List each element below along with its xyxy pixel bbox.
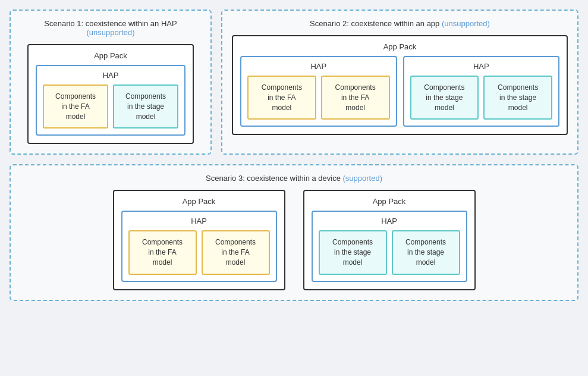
scenario2-hap1: HAP Componentsin the FAmodel Componentsi… xyxy=(240,56,397,127)
scenario1-component-stage: Componentsin the stagemodel xyxy=(113,84,178,129)
scenario1-app-pack: App Pack HAP Componentsin the FAmodel Co… xyxy=(27,44,194,144)
scenario3-app-pack2: App Pack HAP Componentsin the stagemodel… xyxy=(303,190,476,290)
scenario3-hap2-label: HAP xyxy=(319,217,460,225)
scenario2-hap2-comp2: Componentsin the stagemodel xyxy=(483,76,552,120)
scenario3-app-packs-row: App Pack HAP Componentsin the FAmodel Co… xyxy=(20,190,568,290)
scenario3-title: Scenario 3: coexistence within a device … xyxy=(20,174,568,183)
scenario1-title-text: Scenario 1: coexistence within an HAP xyxy=(44,19,177,28)
scenario1-component-fa: Componentsin the FAmodel xyxy=(43,84,108,129)
scenario2-haps-row: HAP Componentsin the FAmodel Componentsi… xyxy=(240,56,559,127)
scenario1-box: Scenario 1: coexistence within an HAP (u… xyxy=(10,10,212,155)
scenario3-hap2-components: Componentsin the stagemodel Componentsin… xyxy=(319,230,460,274)
scenario1-hap: HAP Componentsin the FAmodel Componentsi… xyxy=(36,65,185,136)
scenario2-hap2-comp1: Componentsin the stagemodel xyxy=(410,76,479,120)
scenario2-title: Scenario 2: coexistence within an app (u… xyxy=(232,19,568,28)
scenario3-title-text: Scenario 3: coexistence within a device xyxy=(206,174,341,183)
scenario3-hap2-comp2: Componentsin the stagemodel xyxy=(392,230,460,274)
scenario3-app-pack1: App Pack HAP Componentsin the FAmodel Co… xyxy=(113,190,285,290)
scenario3-hap1-components: Componentsin the FAmodel Componentsin th… xyxy=(128,230,270,274)
scenario3-hap1-label: HAP xyxy=(128,217,270,225)
scenario2-hap1-comp2: Componentsin the FAmodel xyxy=(321,76,390,120)
scenario2-app-pack: App Pack HAP Componentsin the FAmodel Co… xyxy=(232,35,568,135)
scenario2-tag: (unsupported) xyxy=(442,19,490,28)
scenario2-title-text: Scenario 2: coexistence within an app xyxy=(310,19,439,28)
scenario3-hap1-comp1: Componentsin the FAmodel xyxy=(128,230,197,274)
scenario3-app-pack1-label: App Pack xyxy=(121,197,277,206)
scenario3-hap1-comp2: Componentsin the FAmodel xyxy=(202,230,270,274)
scenario1-app-packs-row: App Pack HAP Componentsin the FAmodel Co… xyxy=(20,44,201,144)
scenario3-hap1: HAP Componentsin the FAmodel Componentsi… xyxy=(121,211,277,281)
page-container: Scenario 1: coexistence within an HAP (u… xyxy=(10,10,578,301)
scenario3-hap2-comp1: Componentsin the stagemodel xyxy=(319,230,387,274)
scenario2-hap1-label: HAP xyxy=(247,62,390,71)
scenario2-app-pack-label: App Pack xyxy=(240,42,559,51)
scenario2-box: Scenario 2: coexistence within an app (u… xyxy=(221,10,578,155)
scenario2-hap2: HAP Componentsin the stagemodel Componen… xyxy=(403,56,560,127)
scenario1-components-row: Componentsin the FAmodel Componentsin th… xyxy=(43,84,178,129)
scenario3-box: Scenario 3: coexistence within a device … xyxy=(10,164,578,300)
row1: Scenario 1: coexistence within an HAP (u… xyxy=(10,10,578,155)
scenario3-hap2: HAP Componentsin the stagemodel Componen… xyxy=(312,211,467,281)
scenario2-hap2-components: Componentsin the stagemodel Componentsin… xyxy=(410,76,553,120)
scenario3-app-pack2-label: App Pack xyxy=(312,197,467,206)
scenario1-app-pack-label: App Pack xyxy=(36,51,185,60)
scenario2-app-packs-row: App Pack HAP Componentsin the FAmodel Co… xyxy=(232,35,568,135)
scenario2-hap1-comp1: Componentsin the FAmodel xyxy=(247,76,316,120)
scenario2-hap2-label: HAP xyxy=(410,62,553,71)
scenario1-tag: (unsupported) xyxy=(87,28,135,37)
scenario1-hap-label: HAP xyxy=(43,71,178,80)
scenario1-title: Scenario 1: coexistence within an HAP (u… xyxy=(20,19,201,37)
scenario3-tag: (supported) xyxy=(343,174,382,183)
scenario2-hap1-components: Componentsin the FAmodel Componentsin th… xyxy=(247,76,390,120)
